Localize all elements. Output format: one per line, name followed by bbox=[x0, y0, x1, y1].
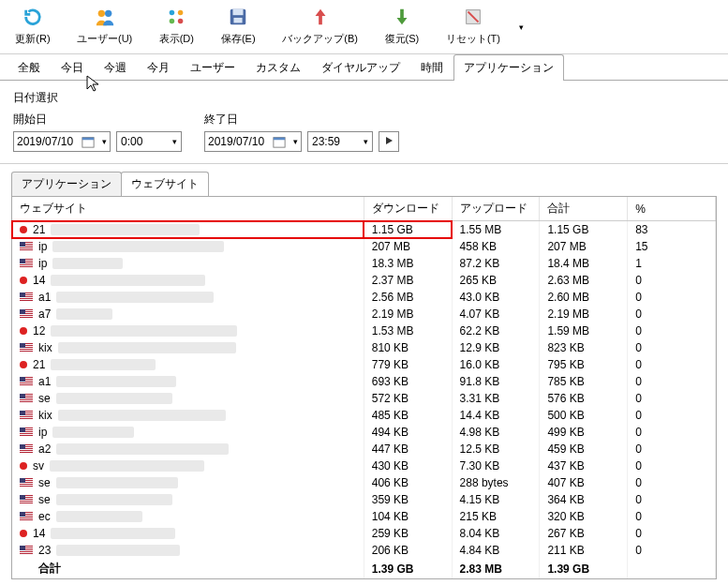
svg-rect-7 bbox=[233, 9, 244, 15]
save-button[interactable]: 保存(E) bbox=[213, 4, 263, 48]
svg-rect-13 bbox=[273, 138, 284, 141]
redacted-text bbox=[58, 410, 226, 421]
flag-us-icon bbox=[20, 478, 33, 488]
start-time-select[interactable]: 0:00 ▾ bbox=[116, 131, 182, 152]
redacted-text bbox=[56, 443, 228, 455]
redacted-text bbox=[51, 528, 175, 539]
svg-point-3 bbox=[178, 10, 184, 16]
redacted-text bbox=[52, 258, 123, 269]
flag-us-icon bbox=[20, 512, 33, 521]
svg-point-1 bbox=[105, 10, 111, 17]
red-dot-icon bbox=[20, 462, 27, 470]
table-row[interactable]: sv430 KB7.30 KB437 KB0 bbox=[12, 458, 716, 474]
tab-3[interactable]: 今月 bbox=[137, 54, 180, 81]
red-dot-icon bbox=[20, 226, 27, 233]
column-header[interactable]: % bbox=[628, 197, 716, 221]
table-row[interactable]: 14259 KB8.04 KB267 KB0 bbox=[12, 525, 716, 542]
red-dot-icon bbox=[20, 361, 27, 368]
start-date-input[interactable]: 2019/07/10 ▾ bbox=[13, 131, 111, 152]
user-button[interactable]: ユーザー(U) bbox=[69, 4, 140, 48]
backup-button[interactable]: バックアップ(B) bbox=[275, 4, 365, 48]
flag-us-icon bbox=[20, 546, 33, 555]
tab-1[interactable]: 今日 bbox=[51, 54, 94, 81]
table-row[interactable]: ip207 MB458 KB207 MB15 bbox=[12, 238, 716, 255]
go-button[interactable] bbox=[379, 131, 399, 152]
table-row[interactable]: ip18.3 MB87.2 KB18.4 MB1 bbox=[12, 255, 716, 272]
main-toolbar: 更新(R) ユーザー(U) 表示(D) 保存(E) バックアップ(B) 復元(S… bbox=[0, 0, 728, 54]
toolbar-overflow[interactable]: ▾ bbox=[519, 20, 528, 33]
period-tabbar: 全般今日今週今月ユーザーカスタムダイヤルアップ時間アプリケーション bbox=[0, 54, 728, 81]
flag-us-icon bbox=[20, 242, 33, 251]
subtab-1[interactable]: ウェブサイト bbox=[121, 172, 209, 196]
refresh-icon bbox=[22, 6, 44, 28]
table-row[interactable]: 21779 KB16.0 KB795 KB0 bbox=[12, 356, 716, 373]
red-dot-icon bbox=[20, 327, 27, 335]
redacted-text bbox=[51, 224, 200, 235]
date-panel: 日付選択 開始日 2019/07/10 ▾ 0:00 ▾ 終了日 bbox=[0, 81, 728, 164]
redacted-text bbox=[50, 460, 204, 472]
redacted-text bbox=[56, 494, 172, 505]
table-row[interactable]: kix810 KB12.9 KB823 KB0 bbox=[12, 339, 716, 356]
table-row[interactable]: a1693 KB91.8 KB785 KB0 bbox=[12, 373, 716, 390]
column-header[interactable]: ダウンロード bbox=[364, 197, 452, 221]
tab-5[interactable]: カスタム bbox=[245, 54, 311, 81]
flag-us-icon bbox=[20, 259, 33, 268]
tab-4[interactable]: ユーザー bbox=[180, 54, 245, 81]
table-row[interactable]: ip494 KB4.98 KB499 KB0 bbox=[12, 424, 716, 441]
flag-us-icon bbox=[20, 411, 33, 420]
view-button[interactable]: 表示(D) bbox=[151, 4, 201, 48]
end-date-input[interactable]: 2019/07/10 ▾ bbox=[204, 131, 302, 152]
red-dot-icon bbox=[20, 277, 27, 284]
flag-us-icon bbox=[20, 495, 33, 504]
svg-point-0 bbox=[97, 10, 104, 17]
tab-7[interactable]: 時間 bbox=[410, 54, 453, 81]
svg-point-4 bbox=[170, 19, 175, 24]
chevron-down-icon: ▾ bbox=[364, 137, 368, 146]
flag-us-icon bbox=[20, 394, 33, 403]
table-row[interactable]: 211.15 GB1.55 MB1.15 GB83 bbox=[12, 221, 716, 239]
column-header[interactable]: アップロード bbox=[452, 197, 540, 221]
table-row[interactable]: ec104 KB215 KB320 KB0 bbox=[12, 508, 716, 525]
flag-us-icon bbox=[20, 309, 33, 319]
column-header[interactable]: 合計 bbox=[540, 197, 628, 221]
redacted-text bbox=[56, 511, 142, 522]
table-row[interactable]: 121.53 MB62.2 KB1.59 MB0 bbox=[12, 322, 716, 339]
reset-button[interactable]: リセット(T) bbox=[438, 4, 508, 48]
table-row[interactable]: se359 KB4.15 KB364 KB0 bbox=[12, 491, 716, 508]
reset-icon bbox=[462, 6, 484, 28]
play-icon bbox=[384, 135, 394, 148]
subtab-0[interactable]: アプリケーション bbox=[11, 172, 122, 196]
refresh-button[interactable]: 更新(R) bbox=[7, 4, 58, 48]
column-header[interactable]: ウェブサイト bbox=[12, 197, 364, 221]
table-row[interactable]: se572 KB3.31 KB576 KB0 bbox=[12, 390, 716, 407]
redacted-text bbox=[52, 241, 224, 252]
calendar-icon bbox=[272, 134, 287, 149]
date-panel-title: 日付選択 bbox=[13, 90, 715, 106]
redacted-text bbox=[56, 376, 176, 387]
view-icon bbox=[165, 6, 187, 28]
restore-button[interactable]: 復元(S) bbox=[377, 4, 427, 48]
table-row[interactable]: 142.37 MB265 KB2.63 MB0 bbox=[12, 272, 716, 289]
table-row[interactable]: se406 KB288 bytes407 KB0 bbox=[12, 474, 716, 491]
svg-point-5 bbox=[178, 19, 184, 24]
table-row[interactable]: a2447 KB12.5 KB459 KB0 bbox=[12, 441, 716, 458]
detail-tabbar: アプリケーションウェブサイト bbox=[0, 164, 728, 196]
tab-6[interactable]: ダイヤルアップ bbox=[311, 54, 410, 81]
arrow-up-icon bbox=[309, 6, 332, 28]
total-row: 合計1.39 GB2.83 MB1.39 GB bbox=[12, 559, 716, 578]
flag-us-icon bbox=[20, 377, 33, 386]
tab-8[interactable]: アプリケーション bbox=[453, 54, 564, 81]
flag-us-icon bbox=[20, 428, 33, 437]
table-row[interactable]: a12.56 MB43.0 KB2.60 MB0 bbox=[12, 289, 716, 306]
arrow-down-icon bbox=[391, 6, 413, 28]
tab-2[interactable]: 今週 bbox=[94, 54, 137, 81]
table-row[interactable]: a72.19 MB4.07 KB2.19 MB0 bbox=[12, 306, 716, 322]
flag-us-icon bbox=[20, 444, 33, 454]
flag-us-icon bbox=[20, 343, 33, 352]
table-row[interactable]: 23206 KB4.84 KB211 KB0 bbox=[12, 542, 716, 559]
tab-0[interactable]: 全般 bbox=[7, 54, 51, 81]
end-time-select[interactable]: 23:59 ▾ bbox=[307, 131, 373, 152]
red-dot-icon bbox=[20, 530, 27, 537]
table-row[interactable]: kix485 KB14.4 KB500 KB0 bbox=[12, 407, 716, 424]
redacted-text bbox=[56, 393, 173, 404]
